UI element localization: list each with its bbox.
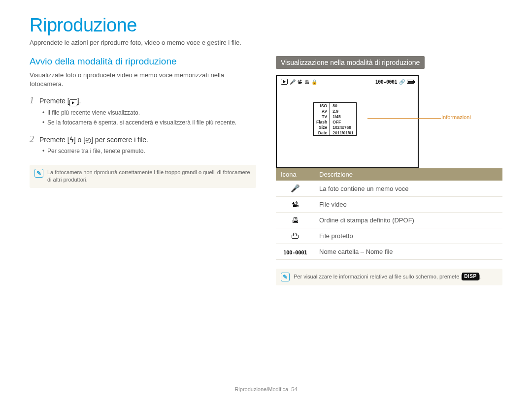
flash-icon: ϟ [69,136,74,144]
note-box: ✎ La fotocamera non riprodurrà correttam… [30,165,256,188]
screen-info-box: ISO80 AV2.9 TV1/45 FlashOFF Size1024x768… [313,102,357,136]
icon-table: Icona Descrizione 🎤 La foto contiene un … [276,168,502,260]
right-column: Visualizzazione nella modalità di riprod… [276,56,502,285]
step-2-bullets: Per scorrere tra i file, tenete premuto. [42,147,256,156]
lock-icon [276,228,314,244]
table-row: 📽 File video [276,197,502,213]
step-number: 1 [30,95,39,106]
battery-icon [407,80,414,84]
th-desc: Descrizione [314,168,502,181]
footer: Riproduzione/Modifica 54 [0,386,532,392]
note-text: Per visualizzare le informazioni relativ… [294,273,482,280]
th-icon: Icona [276,168,314,181]
disp-button-icon: DISP [462,273,478,280]
note-box: ✎ Per visualizzare le informazioni relat… [276,269,502,285]
printer-icon: 🖶 [304,79,309,85]
page-title: Riproduzione [30,15,502,36]
voice-memo-icon: 🎤 [276,181,314,197]
bullet: Se la fotocamera è spenta, si accenderà … [42,118,256,127]
table-row: File protetto [276,228,502,244]
timer-icon: ◴ [85,136,91,144]
play-button-icon [69,99,77,106]
step-1: 1 Premete []. [30,95,256,106]
page-subtitle: Apprendete le azioni per riprodurre foto… [30,39,502,46]
file-number: 100-0001 [375,79,397,85]
step-1-bullets: Il file più recente viene visualizzato. … [42,108,256,127]
lock-icon: 🔒 [311,79,317,85]
voice-memo-icon: 🎤 [290,79,296,85]
left-column: Avvio della modalità di riproduzione Vis… [30,56,256,285]
note-icon: ✎ [34,169,43,178]
callout-label: Informazioni [441,114,471,120]
step-number: 2 [30,134,39,145]
printer-icon: 🖶 [276,213,314,228]
bullet: Per scorrere tra i file, tenete premuto. [42,147,256,156]
section-desc: Visualizzate foto o riproducete video e … [30,71,256,89]
link-icon: 🔗 [399,79,405,85]
section-heading: Avvio della modalità di riproduzione [30,56,256,67]
camera-screen-wrap: 🎤 📽 🖶 🔒 100-0001 🔗 ISO80 AV2.9 TV1/45 Fl… [276,75,502,168]
table-row: 100-0001 Nome cartella – Nome file [276,244,502,260]
video-file-icon: 📽 [276,197,314,213]
filenum-icon: 100-0001 [276,244,314,260]
bullet: Il file più recente viene visualizzato. [42,108,256,118]
band-heading: Visualizzazione nella modalità di riprod… [276,56,425,69]
callout-line [367,118,441,119]
camera-screen: 🎤 📽 🖶 🔒 100-0001 🔗 ISO80 AV2.9 TV1/45 Fl… [276,75,419,168]
table-row: 🖶 Ordine di stampa definito (DPOF) [276,213,502,228]
video-file-icon: 📽 [298,79,302,85]
step-text: Premete [ϟ] o [◴] per scorrere i file. [39,136,148,144]
step-text: Premete []. [39,97,81,106]
play-mode-icon [281,79,288,85]
table-row: 🎤 La foto contiene un memo voce [276,181,502,197]
note-text: La fotocamera non riprodurrà correttamen… [47,169,251,184]
note-icon: ✎ [281,273,290,281]
screen-top-bar: 🎤 📽 🖶 🔒 100-0001 🔗 [281,79,414,85]
step-2: 2 Premete [ϟ] o [◴] per scorrere i file. [30,134,256,145]
